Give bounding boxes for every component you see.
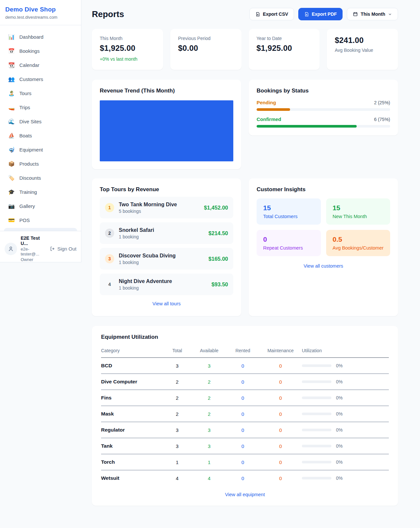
insight-value: 0 — [263, 235, 314, 243]
sidebar-item-label: Tours — [19, 91, 32, 96]
period-select[interactable]: This Month — [347, 8, 398, 20]
insight-label: New This Month — [333, 214, 384, 219]
insight-label: Repeat Customers — [263, 245, 314, 251]
cell-rented: 0 — [226, 438, 259, 454]
table-row: Mask 2 2 0 0 0% — [101, 406, 389, 422]
utilization-bar — [302, 477, 331, 479]
tour-row: 3 Discover Scuba Diving 1 booking $165.0… — [100, 248, 233, 270]
sidebar-item-products[interactable]: 📦Products — [3, 157, 78, 171]
main-content: Reports Export CSV Export PDF — [81, 0, 420, 528]
cell-total: 3 — [162, 358, 192, 374]
sidebar-item-dashboard[interactable]: 📊Dashboard — [3, 30, 78, 44]
insight-value: 0.5 — [333, 235, 384, 243]
sidebar-item-reports-partial[interactable] — [4, 228, 77, 231]
insight-new-this-month: 15 New This Month — [326, 198, 390, 225]
tour-row: 4 Night Dive Adventure 1 booking $93.50 — [100, 274, 233, 295]
cell-maintenance: 0 — [259, 470, 302, 486]
rank-badge: 4 — [105, 280, 114, 289]
sign-out-icon — [50, 246, 55, 252]
export-pdf-button[interactable]: Export PDF — [298, 8, 343, 20]
tour-revenue: $165.00 — [208, 256, 228, 262]
rank-badge: 1 — [105, 203, 114, 212]
tour-row: 1 Two Tank Morning Dive 5 bookings $1,45… — [100, 197, 233, 218]
sidebar-item-boats[interactable]: ⛵Boats — [3, 129, 78, 143]
chevron-down-icon — [388, 12, 392, 16]
brand-name: Demo Dive Shop — [5, 6, 76, 13]
status-label-confirmed: Confirmed — [257, 116, 281, 122]
insight-total-customers: 15 Total Customers — [257, 198, 321, 225]
cell-category: Wetsuit — [101, 470, 162, 486]
cell-category: Mask — [101, 406, 162, 422]
diving-mask-icon: 🤿 — [8, 147, 15, 153]
col-header-utilization: Utilization — [302, 345, 389, 358]
export-pdf-label: Export PDF — [312, 11, 337, 17]
stat-card-avg-booking-value: $241.00 Avg Booking Value — [327, 29, 398, 70]
sidebar-item-pos[interactable]: 💳POS — [3, 213, 78, 227]
sign-out-button[interactable]: Sign Out — [50, 246, 76, 252]
tour-bookings: 1 booking — [119, 234, 204, 239]
cell-category: Regulator — [101, 422, 162, 438]
utilization-bar — [302, 380, 331, 383]
utilization-pct: 0% — [336, 363, 343, 368]
cell-utilization: 0% — [302, 470, 389, 486]
sidebar-item-discounts[interactable]: 🏷️Discounts — [3, 171, 78, 185]
table-row: Tank 3 3 0 0 0% — [101, 438, 389, 454]
bookings-calendar-icon: 📅 — [8, 48, 15, 54]
customer-insights-title: Customer Insights — [257, 186, 390, 193]
cell-available: 2 — [192, 374, 226, 390]
sidebar-item-bookings[interactable]: 📅Bookings — [3, 44, 78, 58]
sidebar-item-gallery[interactable]: 📷Gallery — [3, 199, 78, 213]
stat-value: $241.00 — [335, 36, 390, 45]
sidebar-item-label: Discounts — [19, 175, 41, 181]
revenue-trend-chart — [100, 100, 233, 161]
table-row: Regulator 3 3 0 0 0% — [101, 422, 389, 438]
tour-info: Night Dive Adventure 1 booking — [119, 278, 207, 291]
stat-delta: +0% vs last month — [100, 56, 155, 62]
sidebar-item-calendar[interactable]: 📆Calendar — [3, 58, 78, 72]
cell-maintenance: 0 — [259, 438, 302, 454]
sidebar-item-customers[interactable]: 👥Customers — [3, 72, 78, 86]
cell-rented: 0 — [226, 470, 259, 486]
sidebar-item-training[interactable]: 🎓Training — [3, 185, 78, 199]
dashboard-icon: 📊 — [8, 34, 15, 40]
camera-icon: 📷 — [8, 203, 15, 209]
brand: Demo Dive Shop demo.test.divestreams.com — [0, 0, 81, 25]
cell-available: 3 — [192, 358, 226, 374]
stat-card-previous-period: Previous Period $0.00 — [170, 29, 242, 70]
table-row: Dive Computer 2 2 0 0 0% — [101, 374, 389, 390]
col-header-category: Category — [101, 345, 162, 358]
sidebar-item-equipment[interactable]: 🤿Equipment — [3, 143, 78, 157]
file-download-icon — [304, 12, 309, 17]
view-all-tours-link[interactable]: View all tours — [100, 301, 233, 306]
cell-maintenance: 0 — [259, 374, 302, 390]
cell-maintenance: 0 — [259, 422, 302, 438]
sidebar-item-tours[interactable]: 🏝️Tours — [3, 86, 78, 100]
utilization-bar — [302, 429, 331, 431]
row-revenue-status: Revenue Trend (This Month) Bookings by S… — [92, 80, 398, 169]
cell-maintenance: 0 — [259, 390, 302, 406]
tour-revenue: $93.50 — [212, 281, 228, 288]
tag-icon: 🏷️ — [8, 175, 15, 181]
table-row: Fins 2 2 0 0 0% — [101, 390, 389, 406]
utilization-bar — [302, 364, 331, 367]
tour-name: Night Dive Adventure — [119, 278, 207, 284]
cell-maintenance: 0 — [259, 358, 302, 374]
tour-bookings: 5 bookings — [119, 209, 200, 214]
cell-utilization: 0% — [302, 390, 389, 406]
export-csv-button[interactable]: Export CSV — [249, 8, 294, 20]
cell-total: 2 — [162, 374, 192, 390]
tour-bookings: 1 booking — [119, 260, 204, 265]
sidebar-item-dive-sites[interactable]: 🌊Dive Sites — [3, 114, 78, 129]
cell-rented: 0 — [226, 374, 259, 390]
tour-name: Two Tank Morning Dive — [119, 202, 200, 208]
cell-category: Dive Computer — [101, 374, 162, 390]
sidebar-item-label: Trips — [19, 105, 30, 110]
sign-out-label: Sign Out — [57, 246, 76, 252]
view-all-equipment-link[interactable]: View all equipment — [101, 492, 389, 497]
view-all-customers-link[interactable]: View all customers — [257, 263, 390, 269]
sidebar-item-trips[interactable]: 🚤Trips — [3, 100, 78, 114]
cell-rented: 0 — [226, 390, 259, 406]
stat-card-year-to-date: Year to Date $1,925.00 — [249, 29, 320, 70]
stat-label: Year to Date — [257, 36, 312, 41]
stat-cards: This Month $1,925.00 +0% vs last month P… — [92, 29, 398, 70]
